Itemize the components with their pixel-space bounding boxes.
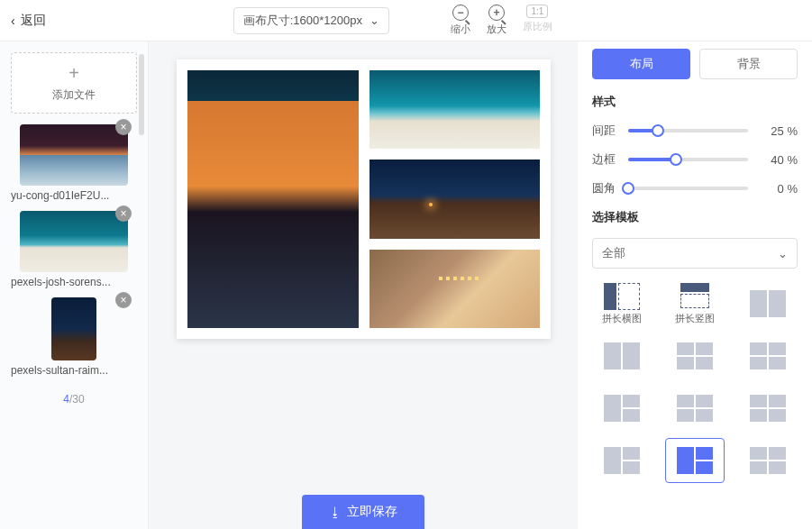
- tab-background[interactable]: 背景: [699, 49, 798, 79]
- template-option[interactable]: [737, 438, 798, 483]
- template-option[interactable]: [737, 281, 798, 326]
- ratio-icon: 1:1: [526, 5, 548, 18]
- template-option[interactable]: [665, 333, 725, 379]
- chevron-left-icon: ‹: [11, 14, 15, 28]
- template-heading: 选择模板: [592, 209, 798, 225]
- remove-thumbnail-button[interactable]: ×: [115, 205, 132, 222]
- template-option[interactable]: [737, 333, 798, 379]
- back-label: 返回: [21, 13, 46, 29]
- zoom-out-icon: −: [452, 5, 469, 21]
- add-file-button[interactable]: + 添加文件: [11, 52, 137, 114]
- thumbnail-image: [20, 124, 128, 186]
- template-option[interactable]: [592, 438, 652, 483]
- style-heading: 样式: [592, 94, 798, 110]
- template-option[interactable]: [592, 333, 652, 379]
- radius-slider[interactable]: [628, 187, 748, 190]
- file-counter: 4/30: [11, 386, 137, 413]
- file-sidebar: + 添加文件 × yu-cong-d01IeF2U... × pexels-jo…: [0, 41, 149, 529]
- thumbnail-label: yu-cong-d01IeF2U...: [11, 189, 137, 202]
- zoom-in-button[interactable]: + 放大: [487, 5, 506, 36]
- slider-thumb[interactable]: [670, 153, 682, 166]
- plus-icon: +: [68, 64, 79, 82]
- chevron-down-icon: ⌄: [778, 247, 788, 260]
- slider-thumb[interactable]: [622, 182, 634, 195]
- border-slider[interactable]: [628, 158, 748, 161]
- collage-cell[interactable]: [370, 70, 540, 149]
- gap-slider[interactable]: [628, 129, 748, 132]
- thumbnail-item[interactable]: × pexels-sultan-raim...: [11, 297, 137, 377]
- thumbnail-label: pexels-josh-sorens...: [11, 276, 137, 288]
- settings-panel: 布局 背景 样式 间距 25 % 边框 40 % 圆角: [578, 41, 812, 529]
- gap-slider-row: 间距 25 %: [592, 123, 798, 139]
- border-slider-row: 边框 40 %: [592, 151, 798, 168]
- template-option[interactable]: [592, 386, 652, 431]
- chevron-down-icon: ⌄: [370, 14, 379, 27]
- zoom-in-icon: +: [488, 5, 505, 21]
- remove-thumbnail-button[interactable]: ×: [115, 292, 132, 308]
- template-filter-dropdown[interactable]: 全部 ⌄: [592, 238, 798, 269]
- thumbnail-image: [20, 211, 128, 272]
- template-vertical-strip[interactable]: 拼长竖图: [665, 281, 725, 326]
- collage-cell[interactable]: [187, 70, 359, 328]
- original-ratio-button[interactable]: 1:1 原比例: [523, 5, 552, 33]
- back-button[interactable]: ‹ 返回: [11, 13, 46, 29]
- download-icon: ⭳: [329, 505, 342, 519]
- thumbnail-item[interactable]: × pexels-josh-sorens...: [11, 211, 137, 288]
- save-button[interactable]: ⭳ 立即保存: [302, 495, 424, 529]
- canvas-area: ⭳ 立即保存: [149, 41, 578, 529]
- collage-canvas[interactable]: [177, 59, 551, 339]
- thumbnail-item[interactable]: × yu-cong-d01IeF2U...: [11, 124, 137, 202]
- collage-cell[interactable]: [370, 160, 540, 238]
- remove-thumbnail-button[interactable]: ×: [115, 119, 132, 135]
- zoom-out-button[interactable]: − 缩小: [451, 5, 470, 36]
- template-horizontal-strip[interactable]: 拼长横图: [592, 281, 652, 326]
- collage-cell[interactable]: [370, 250, 540, 328]
- canvas-size-dropdown[interactable]: 画布尺寸:1600*1200px ⌄: [233, 7, 389, 34]
- slider-thumb[interactable]: [652, 124, 664, 137]
- canvas-size-label: 画布尺寸:1600*1200px: [243, 13, 362, 29]
- thumbnail-image: [51, 297, 96, 360]
- radius-slider-row: 圆角 0 %: [592, 180, 798, 196]
- template-option-selected[interactable]: [665, 438, 725, 483]
- template-option[interactable]: [737, 386, 798, 431]
- thumbnail-label: pexels-sultan-raim...: [11, 364, 137, 377]
- tab-layout[interactable]: 布局: [592, 49, 690, 79]
- template-option[interactable]: [665, 386, 725, 431]
